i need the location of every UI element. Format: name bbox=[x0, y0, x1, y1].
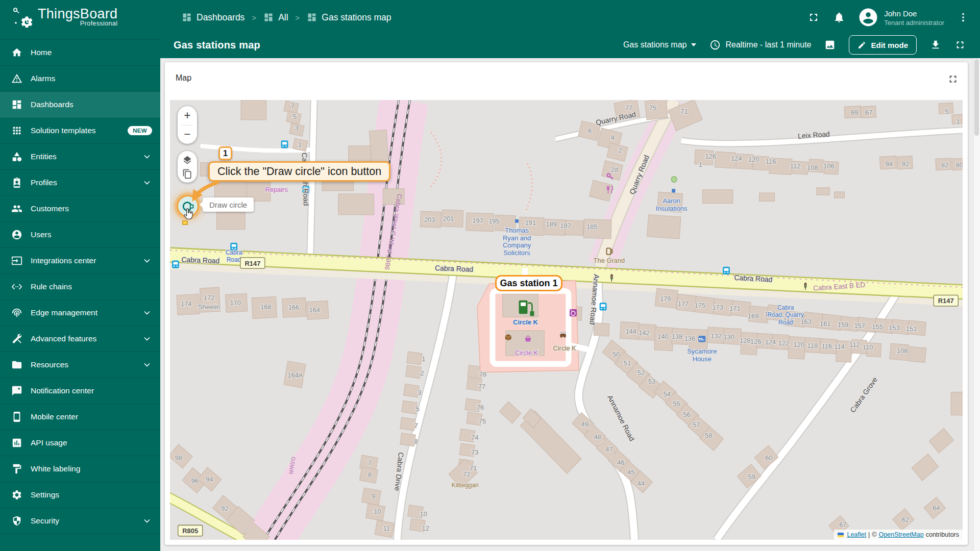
map-label: 56 bbox=[683, 411, 690, 418]
map-label: 69 bbox=[851, 108, 858, 116]
dotgreen-icon bbox=[671, 177, 677, 182]
map-label: 71 bbox=[680, 107, 688, 115]
home-icon bbox=[11, 47, 22, 58]
breadcrumb-separator: > bbox=[252, 13, 256, 22]
map-label: 169 bbox=[748, 312, 759, 320]
map-label: 191 bbox=[525, 219, 536, 227]
image-gallery-icon[interactable] bbox=[824, 39, 836, 51]
openstreetmap-link[interactable]: OpenStreetMap bbox=[878, 531, 923, 538]
sidebar-item-alarms[interactable]: Alarms bbox=[0, 66, 160, 92]
map-container[interactable]: 75317775716967516422d1126124120116112108… bbox=[170, 100, 963, 540]
sidebar-item-entities[interactable]: Entities bbox=[0, 144, 160, 170]
sidebar-item-white-labeling[interactable]: White labeling bbox=[0, 456, 160, 482]
map-label: 92 bbox=[902, 160, 909, 168]
map-label: 1 bbox=[298, 141, 302, 148]
user-role: Tenant administrator bbox=[884, 19, 944, 27]
advanced-icon bbox=[11, 333, 22, 344]
map-label: 59 bbox=[748, 473, 755, 481]
map-label: 1 bbox=[699, 161, 702, 168]
notification-icon bbox=[11, 385, 22, 396]
zoom-out-button[interactable]: − bbox=[178, 126, 197, 144]
sidebar-item-rule-chains[interactable]: Rule chains bbox=[0, 274, 160, 300]
edit-mode-button[interactable]: Edit mode bbox=[849, 35, 917, 55]
map-label: 116 bbox=[766, 158, 776, 165]
chevron-down-icon bbox=[142, 360, 152, 370]
time-window-button[interactable]: Realtime - last 1 minute bbox=[709, 39, 811, 51]
sidebar-item-label: Settings bbox=[31, 490, 152, 499]
map-label: 74 bbox=[471, 434, 478, 441]
map-label: 185 bbox=[586, 222, 598, 230]
sidebar-item-integrations-center[interactable]: Integrations center bbox=[0, 248, 160, 274]
expand-fullscreen-icon[interactable] bbox=[954, 39, 966, 51]
laundry-icon bbox=[570, 309, 577, 316]
breadcrumb-item[interactable]: Gas stations map bbox=[307, 12, 391, 23]
rulechains-icon bbox=[11, 281, 22, 292]
chevron-down-icon bbox=[142, 516, 152, 526]
fullscreen-icon[interactable] bbox=[807, 11, 820, 23]
notifications-bell-icon[interactable] bbox=[833, 11, 845, 23]
map-label: 53 bbox=[648, 378, 655, 385]
sidebar-item-mobile-center[interactable]: Mobile center bbox=[0, 404, 160, 430]
ukraine-flag-icon bbox=[838, 533, 844, 537]
dashboards-icon bbox=[182, 12, 192, 22]
sidebar-item-customers[interactable]: Customers bbox=[0, 196, 160, 222]
sidebar-item-home[interactable]: Home bbox=[0, 40, 160, 66]
widget-fullscreen-icon[interactable] bbox=[947, 73, 959, 85]
bus-icon bbox=[172, 260, 179, 268]
dashboard-state-select[interactable]: Gas stations map bbox=[623, 40, 697, 49]
zoom-in-button[interactable]: + bbox=[178, 106, 197, 125]
map-label: 128 bbox=[740, 337, 751, 344]
map-label: 12 bbox=[422, 524, 429, 532]
gas-station-marker-label[interactable]: Gas station 1 bbox=[495, 275, 562, 291]
sidebar-item-dashboards[interactable]: Dashboards bbox=[0, 92, 160, 118]
brand-name: ThingsBoard bbox=[38, 6, 117, 21]
sidebar-item-api-usage[interactable]: API usage bbox=[0, 430, 160, 456]
layers-icon[interactable] bbox=[182, 155, 192, 165]
sidebar-item-settings[interactable]: Settings bbox=[0, 482, 160, 508]
breadcrumb-item[interactable]: Dashboards bbox=[182, 12, 244, 23]
map-label: 124 bbox=[731, 154, 742, 162]
map-label: 163 bbox=[800, 317, 812, 325]
sidebar-item-users[interactable]: Users bbox=[0, 222, 160, 248]
user-menu[interactable]: John Doe Tenant administrator bbox=[859, 8, 944, 27]
svg-text:R147: R147 bbox=[245, 259, 261, 267]
settings-icon bbox=[11, 489, 22, 500]
sidebar-item-resources[interactable]: Resources bbox=[0, 352, 160, 378]
map-label: 171 bbox=[729, 305, 741, 312]
copyright-symbol: © bbox=[872, 531, 876, 538]
map-label: 203 bbox=[424, 216, 435, 223]
more-menu-icon[interactable] bbox=[958, 12, 969, 23]
map-label: 50 bbox=[612, 350, 620, 358]
sidebar-item-security[interactable]: Security bbox=[0, 508, 160, 534]
leaflet-link[interactable]: Leaflet bbox=[847, 531, 866, 538]
map-label: 46 bbox=[617, 459, 624, 466]
map-label: 92 bbox=[221, 505, 228, 512]
scrollbar[interactable] bbox=[973, 58, 980, 551]
app-logo[interactable]: ThingsBoard Professional bbox=[0, 0, 160, 40]
map-label: 58 bbox=[705, 431, 712, 439]
users-icon bbox=[11, 229, 22, 240]
sidebar-item-label: Alarms bbox=[31, 74, 152, 83]
sidebar-item-edge-management[interactable]: Edge management bbox=[0, 300, 160, 326]
integrations-icon bbox=[11, 255, 22, 266]
map-label: 112 bbox=[849, 340, 860, 348]
map-label: 153 bbox=[889, 324, 900, 332]
svg-text:R147: R147 bbox=[938, 297, 954, 305]
map-label: 64 bbox=[933, 504, 940, 512]
security-icon bbox=[11, 515, 22, 527]
map-label: 96 bbox=[191, 477, 199, 484]
profiles-icon bbox=[11, 177, 22, 188]
map-label: 44 bbox=[638, 479, 645, 487]
sidebar-item-notification-center[interactable]: Notification center bbox=[0, 378, 160, 404]
breadcrumb-item[interactable]: All bbox=[263, 12, 288, 23]
map-label: 94 bbox=[886, 160, 893, 168]
map-widget-card: Map bbox=[165, 62, 968, 545]
map-label: 142 bbox=[639, 329, 650, 337]
download-icon[interactable] bbox=[930, 39, 941, 51]
sidebar-item-advanced-features[interactable]: Advanced features bbox=[0, 326, 160, 352]
sidebar-item-solution-templates[interactable]: Solution templates NEW bbox=[0, 118, 160, 144]
sidebar-item-label: Security bbox=[31, 516, 134, 525]
sidebar-item-profiles[interactable]: Profiles bbox=[0, 170, 160, 196]
sidebar-item-label: Profiles bbox=[31, 178, 134, 187]
whitelabel-icon bbox=[11, 463, 22, 474]
